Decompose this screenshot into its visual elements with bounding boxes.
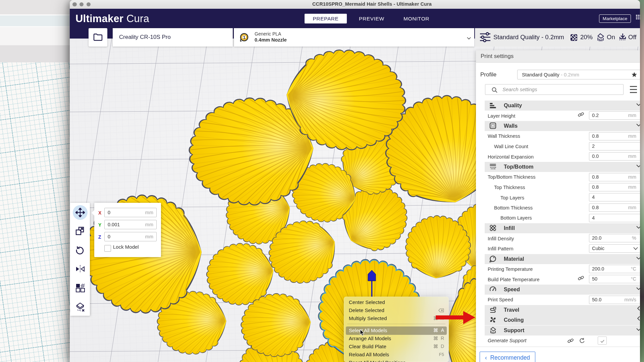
svg-text:1: 1 bbox=[243, 35, 245, 40]
